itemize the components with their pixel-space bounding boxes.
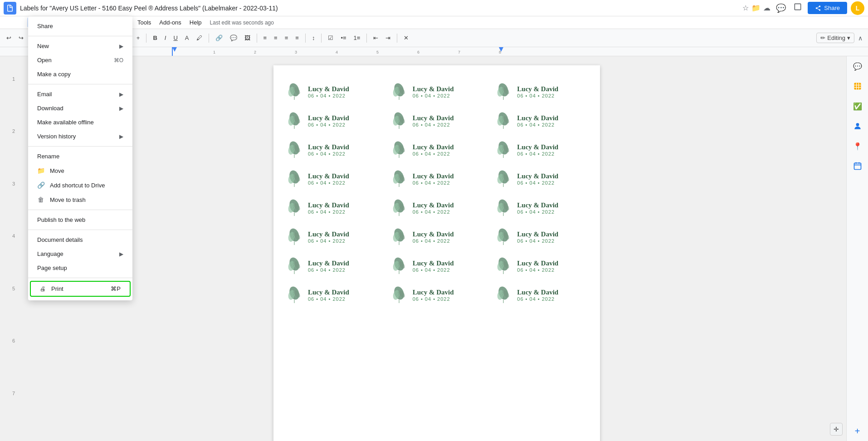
cloud-icon[interactable]: ☁ <box>763 4 770 12</box>
menu-tools[interactable]: Tools <box>134 17 155 28</box>
menu-publish-item[interactable]: Publish to the web <box>28 213 132 227</box>
right-icon-add[interactable]: + <box>851 425 864 437</box>
label-text-group: Lucy & David 06 • 04 • 2022 <box>308 85 349 98</box>
pagesetup-label: Page setup <box>37 265 67 271</box>
user-avatar[interactable]: L <box>851 1 864 15</box>
label-text-group: Lucy & David 06 • 04 • 2022 <box>308 143 349 157</box>
right-icon-contacts[interactable] <box>851 120 864 132</box>
label-text-group: Lucy & David 06 • 04 • 2022 <box>413 260 454 273</box>
bullets-button[interactable]: •≡ <box>338 33 349 43</box>
editing-chevron: ▾ <box>847 34 850 41</box>
label-date: 06 • 04 • 2022 <box>308 122 349 127</box>
language-label: Language <box>37 250 63 257</box>
numbered-button[interactable]: 1≡ <box>351 33 363 43</box>
highlight-button[interactable]: 🖊 <box>194 33 205 43</box>
align-justify[interactable]: ≡ <box>293 33 302 43</box>
label-date: 06 • 04 • 2022 <box>308 93 349 98</box>
trash-label: Move to trash <box>50 196 86 203</box>
menu-pagesetup-item[interactable]: Page setup <box>28 261 132 275</box>
menu-copy-item[interactable]: Make a copy <box>28 67 132 81</box>
align-center[interactable]: ≡ <box>271 33 280 43</box>
menu-print-item[interactable]: 🖨 Print ⌘P <box>30 281 131 297</box>
label-date: 06 • 04 • 2022 <box>308 296 349 302</box>
menu-share-item[interactable]: Share <box>28 19 132 33</box>
sep5 <box>209 34 209 43</box>
text-color-button[interactable]: A <box>182 33 192 43</box>
toolbar-expand[interactable]: ∧ <box>856 33 864 44</box>
underline-button[interactable]: U <box>171 33 180 43</box>
menu-addons[interactable]: Add-ons <box>156 17 185 28</box>
right-icon-maps[interactable]: 📍 <box>851 140 864 152</box>
doc-page: Lucy & David 06 • 04 • 2022 Lucy & David… <box>273 65 600 441</box>
label-item: Lucy & David 06 • 04 • 2022 <box>387 224 487 250</box>
menu-offline-item[interactable]: Make available offline <box>28 115 132 129</box>
label-date: 06 • 04 • 2022 <box>308 180 349 186</box>
redo-button[interactable]: ↪ <box>16 33 26 43</box>
sep9 <box>366 34 367 43</box>
menu-help[interactable]: Help <box>186 17 205 28</box>
shortcut-icon: 🔗 <box>37 181 44 189</box>
star-icon[interactable]: ☆ <box>742 4 749 12</box>
label-name: Lucy & David <box>413 201 454 209</box>
indent-increase[interactable]: ⇥ <box>383 33 393 43</box>
label-date: 06 • 04 • 2022 <box>517 209 558 215</box>
link-button[interactable]: 🔗 <box>213 33 225 43</box>
folder-icon[interactable]: 📁 <box>751 4 761 12</box>
bold-button[interactable]: B <box>150 33 160 43</box>
font-size-increase[interactable]: + <box>134 33 143 43</box>
label-date: 06 • 04 • 2022 <box>517 267 558 273</box>
svg-text:7: 7 <box>458 50 460 54</box>
line-spacing-button[interactable]: ↕ <box>309 33 318 43</box>
label-date: 06 • 04 • 2022 <box>517 151 558 157</box>
leaf-icon <box>284 227 304 247</box>
present-button[interactable] <box>791 0 804 15</box>
label-item: Lucy & David 06 • 04 • 2022 <box>387 79 487 104</box>
label-item: Lucy & David 06 • 04 • 2022 <box>492 253 591 279</box>
image-button[interactable]: 🖼 <box>242 33 253 43</box>
menu-new-item[interactable]: New ▶ <box>28 39 132 53</box>
menu-shortcut-item[interactable]: 🔗 Add shortcut to Drive <box>28 178 132 192</box>
right-icon-chat[interactable]: 💬 <box>851 60 864 73</box>
clear-format[interactable]: ✕ <box>401 33 411 43</box>
undo-button[interactable]: ↩ <box>4 33 14 43</box>
label-text-group: Lucy & David 06 • 04 • 2022 <box>517 143 558 157</box>
menu-open-item[interactable]: Open ⌘O <box>28 53 132 67</box>
share-button[interactable]: Share <box>808 2 847 14</box>
label-item: Lucy & David 06 • 04 • 2022 <box>492 224 591 250</box>
label-name: Lucy & David <box>517 172 558 180</box>
comment-toolbar-button[interactable]: 💬 <box>227 33 240 43</box>
sep4 <box>146 34 146 43</box>
right-icon-calendar[interactable] <box>851 160 864 172</box>
label-item: Lucy & David 06 • 04 • 2022 <box>283 224 382 250</box>
editing-mode-badge[interactable]: ✏ Editing ▾ <box>816 33 854 43</box>
page-num-2: 2 <box>12 127 15 179</box>
italic-button[interactable]: I <box>162 33 169 43</box>
label-date: 06 • 04 • 2022 <box>308 238 349 244</box>
right-icon-tasks[interactable]: ✅ <box>851 100 864 113</box>
trash-icon: 🗑 <box>37 196 44 203</box>
download-arrow: ▶ <box>119 105 123 112</box>
label-name: Lucy & David <box>413 114 454 122</box>
last-edit-text: Last edit was seconds ago <box>210 20 274 26</box>
leaf-icon <box>493 82 513 102</box>
menu-download-item[interactable]: Download ▶ <box>28 101 132 115</box>
align-right[interactable]: ≡ <box>282 33 291 43</box>
right-icon-sheets[interactable] <box>851 80 864 93</box>
checklist-button[interactable]: ☑ <box>325 33 336 43</box>
sep10 <box>397 34 397 43</box>
indent-decrease[interactable]: ⇤ <box>371 33 381 43</box>
comment-button[interactable]: 💬 <box>774 1 788 15</box>
menu-trash-item[interactable]: 🗑 Move to trash <box>28 192 132 207</box>
label-name: Lucy & David <box>413 230 454 238</box>
menu-version-item[interactable]: Version history ▶ <box>28 129 132 143</box>
svg-text:1: 1 <box>213 50 215 54</box>
menu-details-item[interactable]: Document details <box>28 233 132 247</box>
align-left[interactable]: ≡ <box>261 33 270 43</box>
menu-email-item[interactable]: Email ▶ <box>28 87 132 101</box>
label-text-group: Lucy & David 06 • 04 • 2022 <box>308 114 349 127</box>
menu-rename-item[interactable]: Rename <box>28 149 132 163</box>
menu-language-item[interactable]: Language ▶ <box>28 247 132 261</box>
menu-move-item[interactable]: 📁 Move <box>28 163 132 178</box>
label-name: Lucy & David <box>308 201 349 209</box>
zoom-button[interactable]: ✛ <box>830 423 843 436</box>
